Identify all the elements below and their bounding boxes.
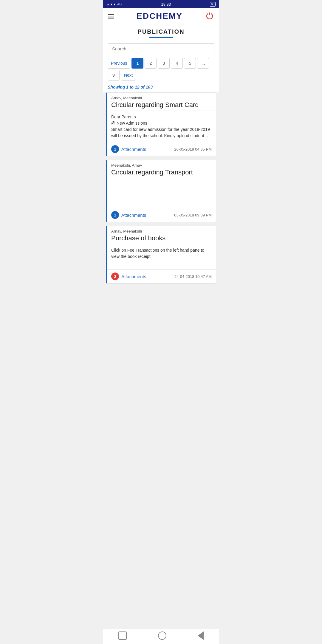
card-author-3: Arnav, Meenakshi	[111, 229, 212, 233]
page-1-button[interactable]: 1	[131, 58, 143, 69]
battery-icon: 60	[210, 2, 216, 7]
card-header-3: Arnav, Meenakshi Purchase of books	[107, 226, 216, 244]
card-footer-3: 2 Attachments 24-04-2018 10:47 AM	[107, 269, 216, 283]
signal-icon: ▲▲▲	[106, 2, 116, 6]
page-3-button[interactable]: 3	[158, 58, 170, 69]
card-title-2: Circular regarding Transport	[111, 168, 212, 176]
card-body-text-1: Dear Parents @ New Admissions Smart card…	[111, 114, 212, 139]
hamburger-menu[interactable]	[108, 14, 114, 18]
next-button[interactable]: Next	[121, 70, 136, 80]
card-author-2: Meenakshi, Arnav	[111, 163, 212, 168]
card-title-1: Circular regarding Smart Card	[111, 101, 212, 109]
page-4-button[interactable]: 4	[171, 58, 183, 69]
card-body-text-3: Click on Fee Transactions on the left ha…	[111, 247, 212, 260]
page-ellipsis: ...	[197, 58, 209, 69]
card-body-2	[107, 178, 216, 208]
results-count: Showing 1 to 12 of 103	[103, 83, 219, 92]
power-icon	[206, 12, 213, 20]
publication-card-2[interactable]: Meenakshi, Arnav Circular regarding Tran…	[106, 160, 216, 222]
previous-button[interactable]: Previous	[108, 58, 130, 69]
status-bar: ▲▲▲ 4G 18:33 60	[103, 0, 219, 8]
attachments-label-3: Attachments	[121, 274, 146, 279]
status-time: 18:33	[161, 2, 171, 7]
page-title-section: PUBLICATION	[103, 24, 219, 40]
publication-card-3[interactable]: Arnav, Meenakshi Purchase of books Click…	[106, 226, 216, 284]
page-5-button[interactable]: 5	[184, 58, 196, 69]
page-9-button[interactable]: 9	[108, 70, 120, 80]
card-title-3: Purchase of books	[111, 234, 212, 242]
attachment-badge-2: 1	[111, 211, 119, 219]
card-author-1: Arnav, Meenakshi	[111, 96, 212, 100]
card-footer-1: 1 Attachments 26-05-2018 04:35 PM	[107, 142, 216, 156]
card-body-3: Click on Fee Transactions on the left ha…	[107, 244, 216, 268]
network-type: 4G	[117, 2, 122, 6]
card-date-3: 24-04-2018 10:47 AM	[174, 274, 212, 279]
page-2-button[interactable]: 2	[145, 58, 157, 69]
publication-card-1[interactable]: Arnav, Meenakshi Circular regarding Smar…	[106, 92, 216, 156]
search-input[interactable]	[108, 43, 214, 54]
search-section	[103, 40, 219, 58]
page-title: PUBLICATION	[108, 28, 214, 35]
card-header-2: Meenakshi, Arnav Circular regarding Tran…	[107, 160, 216, 178]
attachments-link-3[interactable]: 2 Attachments	[111, 273, 146, 280]
card-header-1: Arnav, Meenakshi Circular regarding Smar…	[107, 93, 216, 111]
title-underline	[149, 37, 173, 38]
attachments-link-1[interactable]: 1 Attachments	[111, 145, 146, 153]
card-date-1: 26-05-2018 04:35 PM	[174, 147, 212, 151]
card-date-2: 03-05-2018 09:39 PM	[174, 213, 212, 217]
app-logo: EDCHEMY	[137, 11, 182, 21]
attachments-label-2: Attachments	[121, 213, 146, 218]
header: EDCHEMY	[103, 8, 219, 24]
publications-list: Arnav, Meenakshi Circular regarding Smar…	[103, 92, 219, 307]
attachments-link-2[interactable]: 1 Attachments	[111, 211, 146, 219]
attachments-label-1: Attachments	[121, 147, 146, 152]
pagination: Previous 1 2 3 4 5 ... 9 Next	[103, 58, 219, 83]
card-body-1: Dear Parents @ New Admissions Smart card…	[107, 111, 216, 142]
card-footer-2: 1 Attachments 03-05-2018 09:39 PM	[107, 208, 216, 222]
status-left: ▲▲▲ 4G	[106, 2, 122, 6]
power-button[interactable]	[205, 11, 214, 21]
attachment-badge-1: 1	[111, 145, 119, 153]
attachment-badge-3: 2	[111, 273, 119, 280]
